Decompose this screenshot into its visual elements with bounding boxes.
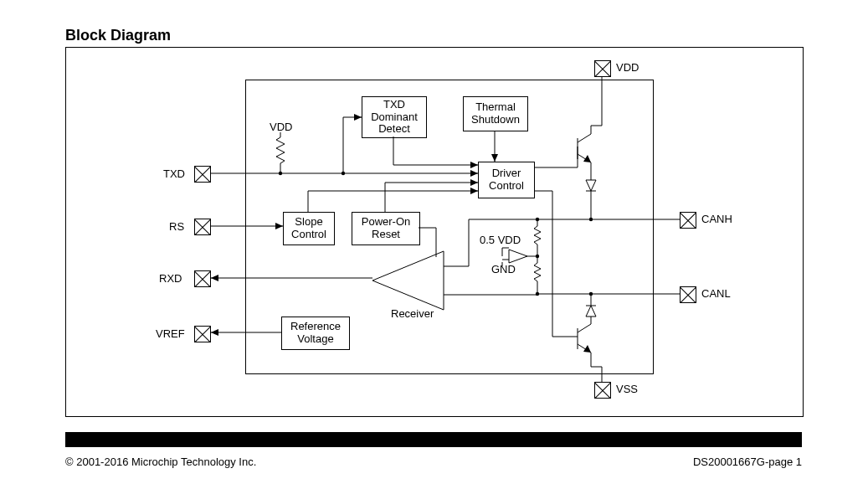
- svg-point-56: [536, 292, 539, 296]
- svg-marker-64: [372, 251, 444, 310]
- svg-marker-57: [509, 250, 527, 263]
- svg-marker-30: [586, 180, 596, 191]
- footer-bar: [65, 432, 802, 447]
- svg-point-47: [589, 292, 593, 296]
- footer-left: © 2001-2016 Microchip Technology Inc.: [65, 456, 256, 468]
- svg-point-70: [536, 218, 539, 221]
- footer-right: DS20001667G-page 1: [693, 456, 802, 468]
- svg-marker-73: [211, 275, 218, 281]
- svg-marker-43: [586, 306, 596, 317]
- wiring-svg: [0, 0, 868, 489]
- svg-line-39: [578, 324, 591, 332]
- svg-marker-11: [491, 154, 498, 162]
- svg-marker-75: [211, 329, 218, 336]
- svg-marker-1: [470, 170, 478, 177]
- svg-marker-6: [354, 114, 362, 121]
- svg-line-23: [578, 134, 591, 142]
- svg-marker-13: [275, 223, 283, 229]
- svg-marker-16: [470, 188, 478, 194]
- page: Block Diagram TXD RS RXD VREF VDD CANH C…: [0, 0, 868, 489]
- svg-marker-19: [470, 179, 478, 186]
- svg-marker-9: [470, 162, 478, 168]
- svg-point-34: [589, 218, 593, 221]
- svg-point-2: [279, 172, 282, 175]
